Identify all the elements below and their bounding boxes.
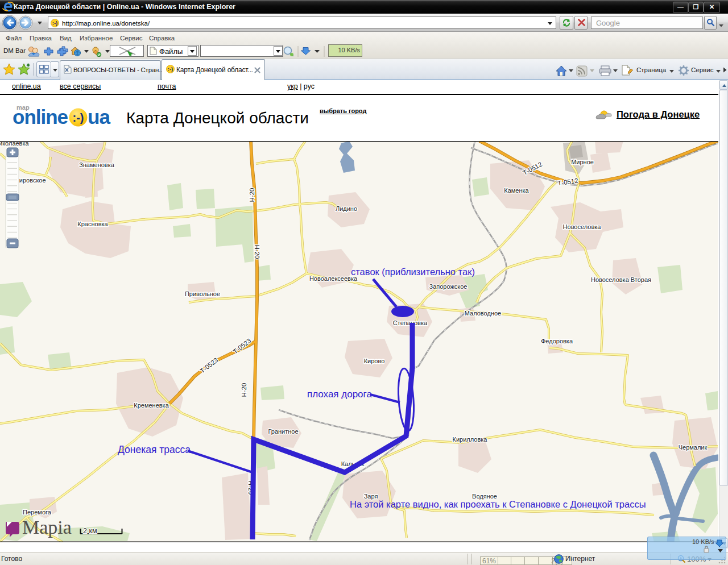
svg-text:Н-20: Н-20	[249, 188, 255, 202]
svg-text:Кировское: Кировское	[15, 177, 46, 184]
svg-text:Чермалик: Чермалик	[679, 444, 708, 451]
svg-text:Лидино: Лидино	[336, 205, 357, 212]
svg-text:Mapia: Mapia	[22, 517, 72, 538]
svg-text:ставок (приблизительно так): ставок (приблизительно так)	[351, 267, 475, 277]
svg-text:Гранитное: Гранитное	[268, 428, 298, 435]
svg-text:Новоселовка: Новоселовка	[563, 223, 602, 230]
svg-text::-): :-)	[52, 20, 58, 26]
svg-text:2 км: 2 км	[83, 527, 97, 535]
svg-text:Кирилловка: Кирилловка	[453, 436, 488, 443]
svg-text:Федоровка: Федоровка	[541, 338, 573, 344]
svg-text:Запорожское: Запорожское	[429, 283, 468, 290]
svg-text:Н-20: Н-20	[254, 245, 260, 259]
svg-text:Привольное: Привольное	[185, 290, 220, 297]
svg-text:Красновка: Красновка	[77, 221, 108, 227]
svg-text:Перемога: Перемога	[23, 509, 52, 516]
svg-text:Донекая трасса: Донекая трасса	[118, 444, 191, 455]
svg-text::-): :-)	[168, 66, 173, 72]
svg-text:Знаменовка: Знаменовка	[79, 161, 115, 168]
svg-text:Каменка: Каменка	[504, 187, 529, 194]
svg-text:Н-20: Н-20	[241, 383, 247, 397]
svg-text:Кирово: Кирово	[364, 358, 385, 364]
svg-text:Новоселовка Вторая: Новоселовка Вторая	[591, 276, 651, 283]
svg-text:плохая дорога: плохая дорога	[307, 389, 372, 400]
svg-text:Кременевка: Кременевка	[134, 402, 169, 409]
svg-text:На этой карте видно, как проех: На этой карте видно, как проехать к Степ…	[350, 499, 646, 509]
svg-text:Мирное: Мирное	[571, 159, 594, 165]
svg-text:Маловодное: Маловодное	[465, 310, 501, 317]
svg-text::-): :-)	[73, 111, 84, 124]
